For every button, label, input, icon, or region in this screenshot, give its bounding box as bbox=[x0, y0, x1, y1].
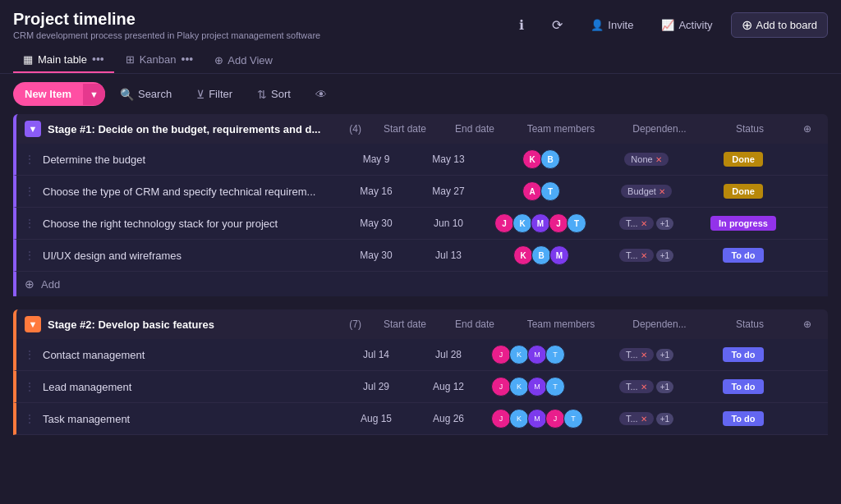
avatar: T bbox=[563, 409, 583, 428]
row-start-date: May 9 bbox=[343, 153, 409, 165]
add-view-icon: ⊕ bbox=[214, 54, 223, 66]
filter-icon: ⊻ bbox=[196, 88, 205, 101]
dep-badge: T... ✕ bbox=[619, 412, 654, 425]
drag-handle[interactable]: ⋮ bbox=[25, 186, 36, 197]
activity-icon: 📈 bbox=[661, 19, 674, 31]
search-button[interactable]: 🔍 Search bbox=[110, 83, 182, 106]
info-button[interactable]: ℹ bbox=[509, 13, 534, 37]
dep-x[interactable]: ✕ bbox=[641, 383, 647, 392]
add-item-icon: ⊕ bbox=[25, 277, 34, 291]
add-item-row[interactable]: ⊕ Add bbox=[13, 272, 828, 296]
avatar: J bbox=[491, 377, 511, 396]
dep-x[interactable]: ✕ bbox=[641, 251, 647, 260]
col-add-2[interactable]: ⊕ bbox=[795, 318, 820, 330]
row-status: In progress bbox=[698, 216, 788, 231]
kanban-icon: ⊞ bbox=[126, 53, 135, 66]
avatar: J bbox=[494, 213, 514, 233]
add-item-label: Add bbox=[41, 278, 60, 291]
hide-button[interactable]: 👁 bbox=[306, 83, 337, 106]
page-title: Project timeline bbox=[13, 10, 320, 29]
drag-handle[interactable]: ⋮ bbox=[25, 381, 36, 392]
avatar: K bbox=[509, 377, 529, 396]
col-add-1[interactable]: ⊕ bbox=[795, 123, 820, 135]
tab-kanban[interactable]: ⊞ Kanban ••• bbox=[116, 47, 204, 73]
table-row: ⋮ Lead management Jul 29 Aug 12 J K M T … bbox=[13, 371, 828, 403]
filter-button[interactable]: ⊻ Filter bbox=[186, 83, 242, 106]
avatar: K bbox=[522, 149, 542, 169]
toolbar: New Item ▼ 🔍 Search ⊻ Filter ⇅ Sort 👁 bbox=[0, 74, 841, 114]
row-name: Task management bbox=[43, 413, 337, 425]
row-end-date: May 13 bbox=[416, 153, 481, 165]
add-to-board-button[interactable]: ⊕ Add to board bbox=[731, 12, 828, 38]
invite-button[interactable]: 👤 Invite bbox=[581, 15, 643, 35]
dep-badge: None ✕ bbox=[624, 153, 668, 166]
stage-1-rows: ⋮ Determine the budget May 9 May 13 K B … bbox=[13, 144, 828, 296]
hide-icon: 👁 bbox=[315, 88, 327, 101]
sync-icon: ⟳ bbox=[552, 17, 563, 33]
dep-x[interactable]: ✕ bbox=[641, 415, 647, 424]
avatar: M bbox=[549, 245, 569, 265]
dep-x[interactable]: ✕ bbox=[641, 351, 647, 360]
drag-handle[interactable]: ⋮ bbox=[25, 153, 36, 165]
tab-main-table[interactable]: ▦ Main table ••• bbox=[13, 47, 114, 73]
col-status-2: Status bbox=[705, 318, 795, 330]
stage-1-header: ▼ Stage #1: Decide on the budget, requir… bbox=[13, 114, 828, 144]
row-dep: T... ✕ +1 bbox=[601, 249, 692, 262]
drag-handle[interactable]: ⋮ bbox=[25, 349, 36, 360]
drag-handle[interactable]: ⋮ bbox=[25, 218, 36, 229]
dep-badge: T... ✕ bbox=[619, 249, 654, 262]
main-table-dots[interactable]: ••• bbox=[92, 53, 104, 66]
stage-1-title: Stage #1: Decide on the budget, requirem… bbox=[48, 123, 342, 135]
new-item-label: New Item bbox=[13, 82, 83, 106]
dep-badge: T... ✕ bbox=[619, 348, 654, 361]
row-team: J K M T bbox=[488, 377, 595, 396]
stage-2-collapse[interactable]: ▼ bbox=[25, 316, 41, 332]
avatar: K bbox=[509, 345, 529, 364]
row-end-date: Jun 10 bbox=[416, 218, 481, 229]
kanban-dots[interactable]: ••• bbox=[182, 53, 194, 66]
drag-handle[interactable]: ⋮ bbox=[25, 413, 36, 424]
add-view-button[interactable]: ⊕ Add View bbox=[205, 48, 283, 72]
invite-icon: 👤 bbox=[591, 19, 604, 31]
row-end-date: Jul 28 bbox=[416, 349, 481, 360]
avatar: T bbox=[545, 377, 565, 396]
row-team: A T bbox=[488, 181, 595, 201]
sync-button[interactable]: ⟳ bbox=[542, 13, 572, 37]
row-team: K B M bbox=[488, 245, 595, 265]
col-status-1: Status bbox=[705, 123, 795, 135]
stage-2-group: ▼ Stage #2: Develop basic features (7) S… bbox=[13, 309, 828, 435]
row-start-date: May 16 bbox=[343, 186, 409, 197]
dep-badge: Budget ✕ bbox=[621, 185, 672, 198]
col-dep-2: Dependen... bbox=[614, 318, 705, 330]
dep-x[interactable]: ✕ bbox=[641, 219, 647, 228]
header-left: Project timeline CRM development process… bbox=[13, 10, 320, 40]
avatar: J bbox=[549, 213, 568, 233]
table-row: ⋮ Determine the budget May 9 May 13 K B … bbox=[13, 144, 828, 176]
table-row: ⋮ Contact management Jul 14 Jul 28 J K M… bbox=[13, 339, 828, 371]
avatar: M bbox=[527, 409, 547, 428]
new-item-button[interactable]: New Item ▼ bbox=[13, 82, 105, 106]
dep-plus: +1 bbox=[656, 250, 673, 262]
row-start-date: May 30 bbox=[343, 218, 409, 229]
avatar: T bbox=[545, 345, 565, 364]
row-name: Lead management bbox=[43, 381, 337, 393]
row-team: K B bbox=[488, 149, 595, 169]
col-team-2: Team members bbox=[508, 318, 614, 330]
row-dep: T... ✕ +1 bbox=[601, 348, 692, 361]
row-team: J K M J T bbox=[488, 409, 595, 428]
col-start-date-2: Start date bbox=[368, 318, 442, 330]
sort-button[interactable]: ⇅ Sort bbox=[247, 83, 301, 106]
dep-x[interactable]: ✕ bbox=[659, 187, 665, 196]
new-item-arrow[interactable]: ▼ bbox=[83, 84, 105, 105]
row-dep: T... ✕ +1 bbox=[601, 412, 692, 425]
activity-button[interactable]: 📈 Activity bbox=[651, 15, 722, 35]
stage-1-collapse[interactable]: ▼ bbox=[25, 121, 41, 137]
add-board-icon: ⊕ bbox=[742, 17, 752, 33]
dep-x[interactable]: ✕ bbox=[655, 155, 662, 164]
table-row: ⋮ Choose the right technology stack for … bbox=[13, 208, 828, 240]
row-end-date: Aug 12 bbox=[416, 381, 481, 392]
drag-handle[interactable]: ⋮ bbox=[25, 250, 36, 261]
stage-2-title: Stage #2: Develop basic features bbox=[48, 318, 342, 331]
row-start-date: Jul 29 bbox=[343, 381, 409, 392]
row-name: Choose the type of CRM and specify techn… bbox=[43, 186, 337, 198]
